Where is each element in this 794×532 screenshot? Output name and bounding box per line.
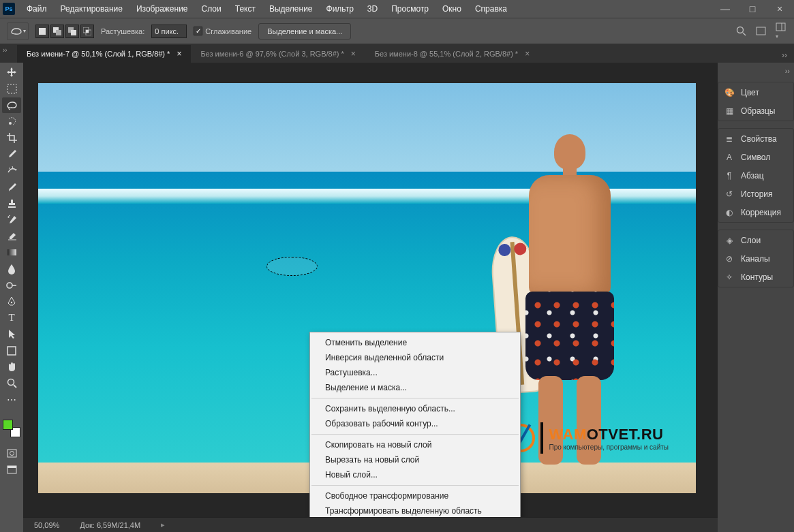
quick-select-tool-icon[interactable] bbox=[2, 114, 21, 129]
ctx-new-layer[interactable]: Новый слой... bbox=[310, 467, 520, 482]
tab-doc-3[interactable]: Без имени-8 @ 55,1% (Слой 2, RGB/8#) *× bbox=[365, 45, 539, 63]
close-button[interactable]: × bbox=[768, 1, 791, 16]
type-tool-icon[interactable]: T bbox=[2, 310, 21, 326]
status-flyout-icon[interactable]: ▸ bbox=[161, 520, 165, 529]
svg-rect-26 bbox=[7, 466, 16, 468]
quickmask-icon[interactable] bbox=[2, 445, 21, 461]
svg-line-9 bbox=[743, 33, 746, 35]
menu-select[interactable]: Выделение bbox=[263, 2, 319, 16]
refine-edge-button[interactable]: Выделение и маска... bbox=[258, 23, 351, 40]
feather-label: Растушевка: bbox=[101, 27, 144, 35]
ctx-deselect[interactable]: Отменить выделение bbox=[310, 335, 520, 350]
panel-character[interactable]: AСимвол bbox=[718, 148, 793, 166]
ctx-copy-layer[interactable]: Скопировать на новый слой bbox=[310, 437, 520, 452]
doc-size[interactable]: Док: 6,59M/21,4M bbox=[80, 521, 140, 529]
more-tools-icon[interactable]: ⋯ bbox=[2, 392, 21, 407]
current-tool-icon[interactable]: ▾ bbox=[7, 22, 29, 40]
ctx-free-transform[interactable]: Свободное трансформирование bbox=[310, 488, 520, 503]
screenmode-icon[interactable] bbox=[2, 462, 21, 478]
pen-tool-icon[interactable] bbox=[2, 294, 21, 309]
ctx-transform-sel[interactable]: Трансформировать выделенную область bbox=[310, 503, 520, 518]
color-swatches[interactable] bbox=[3, 420, 20, 437]
crop-tool-icon[interactable] bbox=[2, 130, 21, 146]
ctx-save-sel[interactable]: Сохранить выделенную область... bbox=[310, 401, 520, 416]
history-icon: ↺ bbox=[724, 189, 735, 199]
context-menu: Отменить выделение Инверсия выделенной о… bbox=[309, 332, 521, 532]
panel-properties[interactable]: ≣Свойства bbox=[718, 129, 793, 148]
eraser-tool-icon[interactable] bbox=[2, 228, 21, 244]
panel-layers[interactable]: ◈Слои bbox=[718, 231, 793, 249]
zoom-tool-icon[interactable] bbox=[2, 375, 21, 391]
lasso-selection bbox=[266, 257, 318, 276]
path-select-tool-icon[interactable] bbox=[2, 326, 21, 342]
svg-rect-10 bbox=[757, 27, 765, 35]
zoom-level[interactable]: 50,09% bbox=[34, 521, 59, 529]
move-tool-icon[interactable] bbox=[2, 65, 21, 80]
tab-doc-1[interactable]: Без имени-7 @ 50,1% (Слой 1, RGB/8#) *× bbox=[17, 45, 191, 63]
close-icon[interactable]: × bbox=[525, 49, 530, 59]
svg-rect-7 bbox=[86, 30, 89, 33]
menu-image[interactable]: Изображение bbox=[130, 2, 194, 16]
menu-help[interactable]: Справка bbox=[469, 2, 513, 16]
menu-edit[interactable]: Редактирование bbox=[55, 2, 129, 16]
healing-tool-icon[interactable] bbox=[2, 163, 21, 178]
eyedropper-tool-icon[interactable] bbox=[2, 146, 21, 162]
panel-color[interactable]: 🎨Цвет bbox=[718, 83, 793, 101]
search-icon[interactable] bbox=[736, 26, 746, 36]
panel-history[interactable]: ↺История bbox=[718, 185, 793, 203]
panel-flyout-icon[interactable]: ›› bbox=[775, 48, 794, 63]
panel-channels[interactable]: ⊘Каналы bbox=[718, 249, 793, 268]
history-brush-tool-icon[interactable] bbox=[2, 212, 21, 228]
minimize-button[interactable]: — bbox=[714, 1, 737, 16]
stamp-tool-icon[interactable] bbox=[2, 195, 21, 211]
selection-mode-group bbox=[35, 25, 94, 38]
panel-adjustments[interactable]: ◐Коррекция bbox=[718, 203, 793, 221]
svg-point-8 bbox=[737, 27, 744, 33]
menu-layers[interactable]: Слои bbox=[196, 2, 228, 16]
canvas-area[interactable]: WAMOTVET.RU Про компьютеры, программы и … bbox=[23, 63, 718, 532]
ctx-cut-layer[interactable]: Вырезать на новый слой bbox=[310, 452, 520, 467]
selection-new-icon[interactable] bbox=[35, 25, 49, 38]
ctx-feather[interactable]: Растушевка... bbox=[310, 365, 520, 380]
menu-text[interactable]: Текст bbox=[229, 2, 262, 16]
svg-point-14 bbox=[9, 122, 12, 125]
selection-add-icon[interactable] bbox=[50, 25, 64, 38]
panel-group-layers: ◈Слои ⊘Каналы ✧Контуры bbox=[718, 230, 794, 287]
hand-tool-icon[interactable] bbox=[2, 359, 21, 375]
maximize-button[interactable]: □ bbox=[741, 1, 764, 16]
menu-3d[interactable]: 3D bbox=[361, 2, 384, 16]
palette-icon: 🎨 bbox=[724, 88, 735, 97]
tab-doc-2[interactable]: Без имени-6 @ 97,6% (Слой 3, RGB/8#) *× bbox=[191, 45, 365, 63]
dodge-tool-icon[interactable] bbox=[2, 277, 21, 293]
close-icon[interactable]: × bbox=[351, 49, 356, 59]
panel-paths[interactable]: ✧Контуры bbox=[718, 268, 793, 286]
selection-subtract-icon[interactable] bbox=[65, 25, 79, 38]
menu-filter[interactable]: Фильтр bbox=[320, 2, 360, 16]
feather-input[interactable] bbox=[151, 25, 187, 38]
brush-tool-icon[interactable] bbox=[2, 179, 21, 195]
panel-paragraph[interactable]: ¶Абзац bbox=[718, 166, 793, 185]
panel-group-props: ≣Свойства AСимвол ¶Абзац ↺История ◐Корре… bbox=[718, 128, 794, 223]
svg-rect-11 bbox=[776, 23, 785, 31]
gradient-tool-icon[interactable] bbox=[2, 245, 21, 260]
panel-collapse-icon[interactable]: ›› bbox=[785, 67, 790, 75]
antialias-checkbox[interactable]: ✓ Сглаживание bbox=[194, 27, 251, 35]
close-icon[interactable]: × bbox=[177, 49, 181, 59]
selection-intersect-icon[interactable] bbox=[80, 25, 94, 38]
menu-view[interactable]: Просмотр bbox=[385, 2, 435, 16]
paragraph-icon: ¶ bbox=[724, 171, 735, 181]
lasso-tool-icon[interactable] bbox=[2, 97, 21, 113]
shape-tool-icon[interactable] bbox=[2, 343, 21, 358]
ctx-inverse[interactable]: Инверсия выделенной области bbox=[310, 350, 520, 365]
panel-swatches[interactable]: ▦Образцы bbox=[718, 101, 793, 120]
grid-icon: ▦ bbox=[724, 106, 735, 116]
ctx-make-path[interactable]: Образовать рабочий контур... bbox=[310, 416, 520, 431]
menu-file[interactable]: Файл bbox=[20, 2, 53, 16]
marquee-tool-icon[interactable] bbox=[2, 81, 21, 97]
workspace-icon[interactable]: ▾ bbox=[776, 22, 786, 40]
blur-tool-icon[interactable] bbox=[2, 261, 21, 277]
share-icon[interactable] bbox=[756, 27, 766, 35]
ctx-select-mask[interactable]: Выделение и маска... bbox=[310, 380, 520, 395]
expand-tools-icon[interactable]: ›› bbox=[3, 46, 7, 54]
menu-window[interactable]: Окно bbox=[436, 2, 468, 16]
